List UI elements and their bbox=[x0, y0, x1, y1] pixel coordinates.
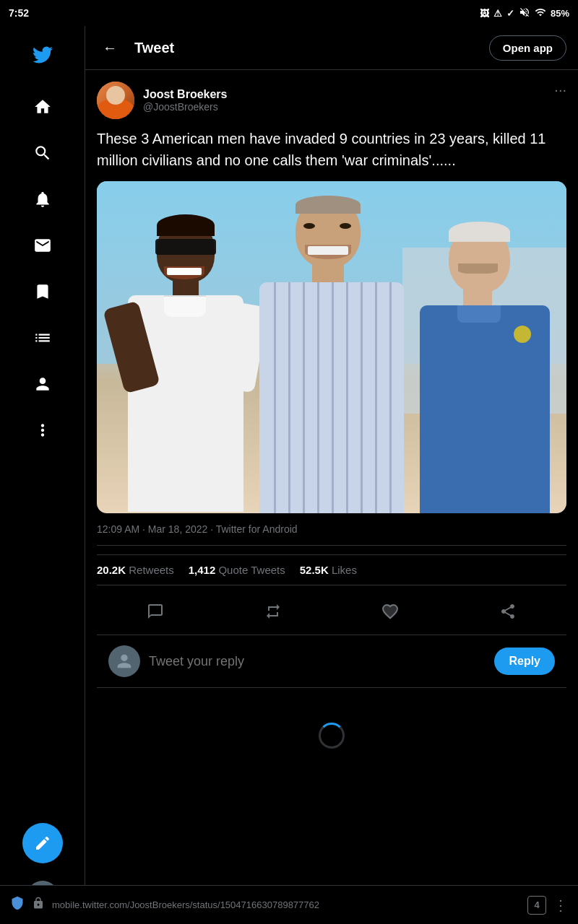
page-title: Tweet bbox=[134, 40, 174, 56]
tweet-header: ← Tweet Open app bbox=[85, 26, 578, 70]
check-icon: ✓ bbox=[506, 8, 514, 19]
tweet-author-details: Joost Broekers @JoostBroekers bbox=[143, 88, 228, 113]
reply-box: Reply bbox=[97, 635, 566, 688]
retweet-action-button[interactable] bbox=[256, 594, 290, 629]
status-bar: 7:52 🖼 ⚠ ✓ 85% bbox=[0, 0, 578, 26]
sidebar-item-notifications[interactable] bbox=[22, 179, 63, 219]
mute-icon bbox=[519, 6, 530, 20]
like-action-button[interactable] bbox=[373, 594, 407, 629]
reply-input[interactable] bbox=[149, 654, 486, 669]
tab-count[interactable]: 4 bbox=[527, 896, 546, 915]
lock-icon bbox=[32, 897, 45, 913]
browser-url[interactable]: mobile.twitter.com/JoostBroekers/status/… bbox=[52, 899, 520, 910]
retweet-count[interactable]: 20.2K Retweets bbox=[97, 564, 174, 576]
tweet-timestamp: 12:09 AM · Mar 18, 2022 · Twitter for An… bbox=[97, 523, 566, 535]
tweet-user-info: Joost Broekers @JoostBroekers bbox=[97, 82, 228, 119]
privacy-shield-icon bbox=[10, 896, 25, 914]
stats-divider bbox=[97, 545, 566, 546]
reply-user-avatar bbox=[108, 645, 140, 677]
main-content: ← Tweet Open app Joost Broekers bbox=[85, 26, 578, 924]
sidebar-item-bookmarks[interactable] bbox=[22, 271, 63, 312]
sidebar-item-more[interactable] bbox=[22, 410, 63, 450]
photo-icon: 🖼 bbox=[480, 8, 489, 19]
sidebar-item-lists[interactable] bbox=[22, 318, 63, 358]
tweet-actions bbox=[97, 588, 566, 635]
battery-icon: 85% bbox=[551, 8, 569, 19]
tweet-image bbox=[97, 181, 566, 513]
status-icons: 🖼 ⚠ ✓ 85% bbox=[480, 6, 569, 20]
likes-count[interactable]: 52.5K Likes bbox=[300, 564, 357, 576]
tweet-author-avatar[interactable] bbox=[97, 82, 134, 119]
share-action-button[interactable] bbox=[491, 594, 525, 629]
tweet-text: These 3 American men have invaded 9 coun… bbox=[97, 128, 566, 171]
wifi-icon bbox=[535, 6, 546, 20]
tweet-header-left: ← Tweet bbox=[97, 35, 174, 61]
open-app-button[interactable]: Open app bbox=[489, 35, 566, 61]
sidebar-item-home[interactable] bbox=[22, 87, 63, 127]
sidebar-item-search[interactable] bbox=[22, 133, 63, 173]
tweet-content: Joost Broekers @JoostBroekers ··· These … bbox=[85, 70, 578, 795]
quote-tweet-count[interactable]: 1,412 Quote Tweets bbox=[189, 564, 285, 576]
tweet-author-name: Joost Broekers bbox=[143, 88, 228, 101]
back-button[interactable]: ← bbox=[97, 35, 123, 61]
loading-spinner bbox=[319, 723, 345, 749]
sidebar-item-profile[interactable] bbox=[22, 364, 63, 404]
reply-action-button[interactable] bbox=[138, 594, 173, 629]
tweet-author-handle: @JoostBroekers bbox=[143, 101, 228, 113]
sidebar-item-messages[interactable] bbox=[22, 225, 63, 266]
tweet-more-button[interactable]: ··· bbox=[554, 82, 566, 98]
sidebar bbox=[0, 26, 85, 924]
sidebar-item-twitter[interactable] bbox=[22, 35, 63, 75]
tweet-stats: 20.2K Retweets 1,412 Quote Tweets 52.5K … bbox=[97, 554, 566, 585]
tweet-user-row: Joost Broekers @JoostBroekers ··· bbox=[97, 82, 566, 119]
loading-area bbox=[97, 688, 566, 783]
reply-button[interactable]: Reply bbox=[494, 648, 555, 675]
browser-menu-button[interactable]: ⋮ bbox=[553, 897, 568, 914]
status-time: 7:52 bbox=[9, 7, 29, 19]
browser-bottom-bar: mobile.twitter.com/JoostBroekers/status/… bbox=[0, 885, 578, 924]
compose-button[interactable] bbox=[22, 823, 63, 863]
alert-icon: ⚠ bbox=[493, 8, 502, 19]
